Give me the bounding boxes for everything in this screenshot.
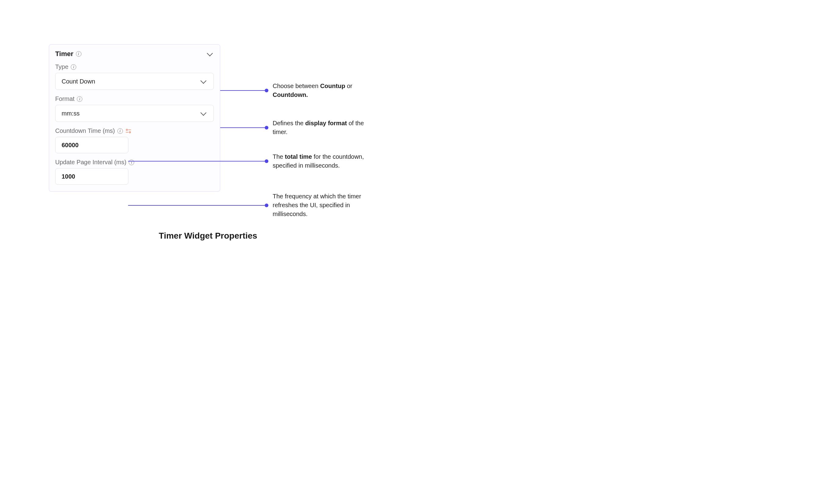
annotation-countdown-time-text: The total time for the countdown, specif… (272, 152, 373, 170)
annotation-type-text: Choose between Countup or Countdown. (272, 82, 373, 99)
info-icon[interactable] (77, 96, 82, 102)
countdown-time-input[interactable]: 60000 (55, 137, 128, 153)
type-select-value: Count Down (61, 78, 95, 85)
annotation-line (220, 90, 265, 91)
panel-title: Timer (55, 50, 74, 58)
annotation-line (128, 205, 265, 206)
annotation-dot (265, 159, 268, 163)
svg-point-3 (129, 131, 130, 133)
annotation-format: Defines the display format of the timer. (220, 119, 373, 137)
field-type-label-row: Type (55, 63, 214, 71)
figure-caption: Timer Widget Properties (159, 231, 257, 241)
annotation-countdown-time: The total time for the countdown, specif… (128, 152, 373, 170)
annotation-update-interval: The frequency at which the timer refresh… (128, 192, 373, 219)
annotation-format-text: Defines the display format of the timer. (272, 119, 373, 137)
type-select[interactable]: Count Down (55, 73, 214, 90)
field-format-label-row: Format (55, 95, 214, 102)
update-interval-input[interactable]: 1000 (55, 168, 128, 185)
annotation-line (128, 161, 265, 162)
annotation-type: Choose between Countup or Countdown. (220, 82, 373, 99)
info-icon[interactable] (118, 128, 123, 134)
panel-header-left: Timer (55, 50, 81, 58)
field-format-label: Format (55, 95, 74, 102)
field-update-interval-label: Update Page Interval (ms) (55, 159, 126, 166)
info-icon[interactable] (76, 51, 81, 57)
chevron-down-icon (200, 110, 206, 116)
annotation-dot (265, 203, 268, 207)
annotation-dot (265, 89, 268, 92)
annotation-update-interval-text: The frequency at which the timer refresh… (272, 192, 373, 219)
field-countdown-time-label: Countdown Time (ms) (55, 128, 115, 134)
svg-point-0 (126, 129, 127, 130)
field-format: Format mm:ss (55, 95, 214, 122)
format-select[interactable]: mm:ss (55, 105, 214, 122)
field-countdown-time: Countdown Time (ms) 60000 (55, 128, 214, 153)
info-icon[interactable] (71, 64, 76, 70)
update-interval-value: 1000 (61, 173, 75, 180)
field-type: Type Count Down (55, 63, 214, 90)
field-type-label: Type (55, 63, 68, 71)
chevron-down-icon[interactable] (207, 50, 213, 56)
chevron-down-icon (200, 78, 206, 84)
fx-icon[interactable] (125, 128, 131, 134)
format-select-value: mm:ss (61, 110, 80, 117)
countdown-time-value: 60000 (61, 142, 79, 149)
annotation-line (220, 128, 265, 128)
panel-header: Timer (55, 50, 214, 58)
field-countdown-time-label-row: Countdown Time (ms) (55, 128, 214, 134)
annotation-dot (265, 126, 268, 130)
